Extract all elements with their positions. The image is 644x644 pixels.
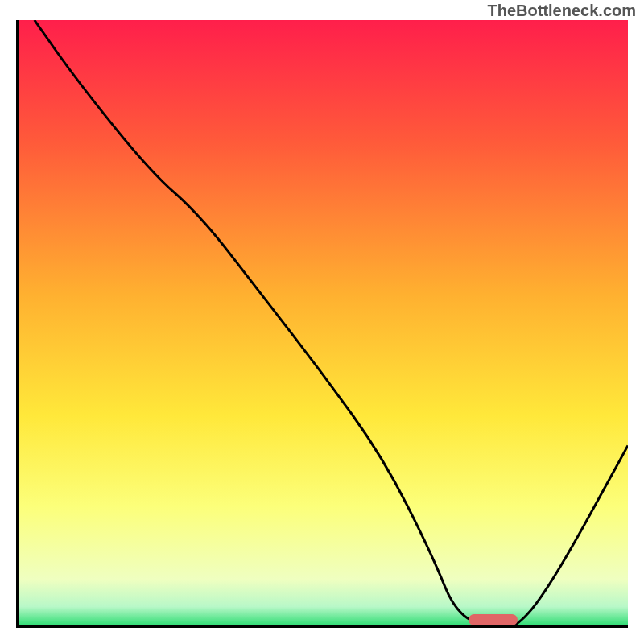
optimal-marker <box>469 614 518 625</box>
chart-container: TheBottleneck.com <box>0 0 644 644</box>
bottleneck-curve <box>35 20 628 628</box>
watermark-text: TheBottleneck.com <box>488 2 636 20</box>
plot-area <box>16 20 628 628</box>
curve-layer <box>16 20 628 628</box>
